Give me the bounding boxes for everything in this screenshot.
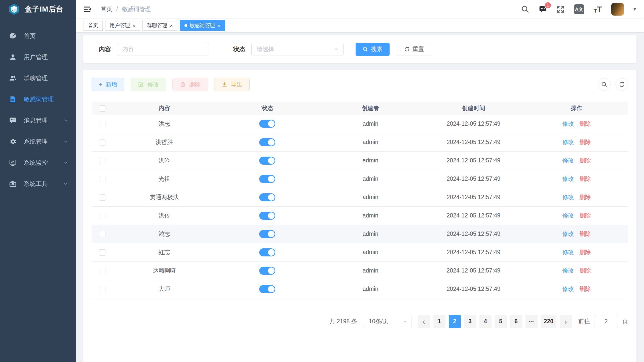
status-toggle[interactable] — [259, 175, 275, 183]
tab-close-icon[interactable]: × — [132, 23, 135, 28]
content-filter-input[interactable] — [117, 43, 209, 56]
sidebar-item-system-monitor[interactable]: 系统监控 — [0, 152, 76, 173]
pagination-page[interactable]: 5 — [495, 315, 507, 328]
show-search-button[interactable] — [598, 78, 611, 91]
sidebar-item-users[interactable]: 用户管理 — [0, 47, 76, 68]
row-edit-link[interactable]: 修改 — [562, 267, 574, 274]
table-row: 达赖喇嘛 admin 2024-12-05 12:57:49 修改删除 — [92, 261, 628, 280]
status-toggle[interactable] — [259, 285, 275, 293]
pagination-ellipsis[interactable]: ••• — [525, 315, 538, 328]
sidebar-item-home[interactable]: 首页 — [0, 25, 76, 47]
tab-home[interactable]: 首页 — [84, 20, 103, 31]
user-avatar[interactable] — [611, 3, 624, 16]
tab-user-management[interactable]: 用户管理 × — [105, 20, 140, 31]
row-checkbox[interactable] — [99, 176, 105, 182]
filter-form: 内容 状态 请选择 搜索 重置 — [99, 43, 431, 56]
monitor-icon — [9, 159, 17, 166]
font-size-icon[interactable]: TT — [594, 5, 602, 13]
row-edit-link[interactable]: 修改 — [562, 231, 574, 237]
sidebar-menu: 首页 用户管理 群聊管理 敏感词管理 — [0, 25, 76, 194]
row-edit-link[interactable]: 修改 — [562, 249, 574, 255]
status-toggle[interactable] — [259, 193, 275, 201]
search-icon[interactable] — [521, 5, 529, 13]
refresh-table-button[interactable] — [616, 78, 628, 91]
row-edit-link[interactable]: 修改 — [562, 212, 574, 219]
row-checkbox[interactable] — [99, 121, 105, 127]
row-checkbox[interactable] — [99, 194, 105, 201]
add-button[interactable]: + 新增 — [92, 78, 124, 91]
pagination-page[interactable]: 3 — [464, 315, 476, 328]
pagination-page[interactable]: 4 — [479, 315, 491, 328]
row-edit-link[interactable]: 修改 — [562, 157, 574, 164]
tab-sensitive-words[interactable]: 敏感词管理 × — [180, 20, 225, 31]
export-button[interactable]: 导出 — [214, 78, 250, 91]
breadcrumb-home[interactable]: 首页 — [101, 5, 112, 13]
search-button[interactable]: 搜索 — [356, 43, 390, 56]
fullscreen-icon[interactable] — [556, 5, 564, 13]
row-delete-link[interactable]: 删除 — [579, 267, 591, 274]
sidebar-item-sensitive-words[interactable]: 敏感词管理 — [0, 89, 76, 110]
row-delete-link[interactable]: 删除 — [579, 286, 591, 292]
row-delete-link[interactable]: 删除 — [579, 157, 591, 164]
sidebar-item-system-tools[interactable]: 系统工具 — [0, 173, 76, 194]
row-edit-link[interactable]: 修改 — [562, 194, 574, 200]
row-delete-link[interactable]: 删除 — [579, 249, 591, 255]
sidebar-item-label: 用户管理 — [24, 53, 48, 61]
row-checkbox[interactable] — [99, 139, 105, 146]
sidebar-collapse-icon[interactable] — [83, 5, 91, 13]
edit-button[interactable]: 修改 — [131, 78, 166, 91]
row-creator: admin — [363, 120, 378, 127]
row-delete-link[interactable]: 删除 — [579, 120, 591, 127]
row-checkbox[interactable] — [99, 268, 105, 274]
app-logo: 盒子IM后台 — [0, 0, 76, 18]
messages-icon[interactable]: 1 — [539, 5, 547, 13]
status-toggle[interactable] — [259, 267, 275, 275]
reset-button[interactable]: 重置 — [397, 43, 431, 56]
pagination-page[interactable]: 2 — [449, 315, 461, 328]
row-edit-link[interactable]: 修改 — [562, 120, 574, 127]
row-created-at: 2024-12-05 12:57:49 — [447, 267, 501, 274]
row-created-at: 2024-12-05 12:57:49 — [447, 139, 501, 145]
delete-button[interactable]: 删除 — [172, 78, 208, 91]
row-delete-link[interactable]: 删除 — [579, 194, 591, 200]
status-toggle[interactable] — [259, 230, 275, 238]
pagination-page[interactable]: 1 — [433, 315, 445, 328]
row-edit-link[interactable]: 修改 — [562, 286, 574, 292]
pagination-prev-button[interactable]: ‹ — [418, 315, 430, 328]
row-delete-link[interactable]: 删除 — [579, 175, 591, 182]
sidebar-item-messages[interactable]: 消息管理 — [0, 110, 76, 131]
sidebar-item-system-settings[interactable]: 系统管理 — [0, 131, 76, 152]
row-checkbox[interactable] — [99, 286, 105, 292]
row-delete-link[interactable]: 删除 — [579, 139, 591, 145]
status-filter-select[interactable]: 请选择 — [251, 43, 344, 56]
status-toggle[interactable] — [259, 157, 275, 165]
pagination-page[interactable]: 6 — [510, 315, 522, 328]
table-row: 大师 admin 2024-12-05 12:57:49 修改删除 — [92, 280, 628, 298]
page-size-select[interactable]: 10条/页 — [364, 315, 411, 328]
pagination-next-button[interactable]: › — [560, 315, 572, 328]
status-toggle[interactable] — [259, 212, 275, 220]
status-toggle[interactable] — [259, 138, 275, 146]
row-checkbox[interactable] — [99, 213, 105, 219]
row-edit-link[interactable]: 修改 — [562, 139, 574, 145]
row-delete-link[interactable]: 删除 — [579, 231, 591, 237]
user-menu-caret-icon[interactable]: ▾ — [633, 6, 636, 12]
tab-close-icon[interactable]: × — [170, 23, 173, 28]
table-row: 贯通两极法 admin 2024-12-05 12:57:49 修改删除 — [92, 188, 628, 206]
row-created-at: 2024-12-05 12:57:49 — [447, 175, 501, 182]
row-delete-link[interactable]: 删除 — [579, 212, 591, 219]
tab-close-icon[interactable]: × — [217, 23, 220, 28]
row-checkbox[interactable] — [99, 231, 105, 237]
row-checkbox[interactable] — [99, 158, 105, 164]
status-toggle[interactable] — [259, 248, 275, 256]
select-all-checkbox[interactable] — [99, 105, 105, 112]
status-toggle[interactable] — [259, 120, 275, 128]
language-translate-icon[interactable]: A文 — [574, 4, 584, 14]
goto-page-input[interactable] — [594, 315, 618, 328]
pagination-page[interactable]: 220 — [541, 315, 556, 328]
dashboard-icon — [9, 32, 17, 40]
row-checkbox[interactable] — [99, 249, 105, 256]
tab-group-management[interactable]: 群聊管理 × — [142, 20, 177, 31]
row-edit-link[interactable]: 修改 — [562, 175, 574, 182]
sidebar-item-groups[interactable]: 群聊管理 — [0, 68, 76, 89]
